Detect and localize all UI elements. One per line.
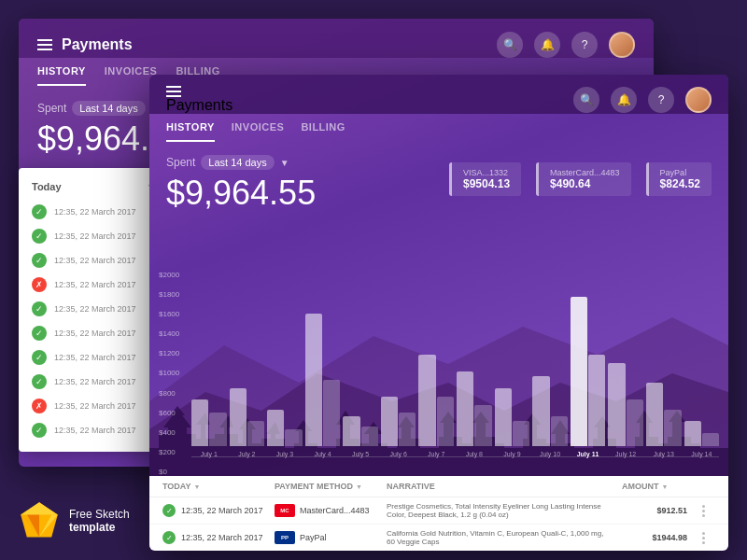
col-header-narrative: Narrative xyxy=(387,482,613,491)
period-selector[interactable]: Last 14 days xyxy=(201,155,274,170)
y-label: $200 xyxy=(159,448,179,456)
transaction-time: 12:35, 22 March 2017 xyxy=(54,231,136,241)
hamburger-icon-front[interactable] xyxy=(166,86,233,97)
status-success: ✓ xyxy=(32,350,47,365)
bar-label: July 1 xyxy=(201,451,218,457)
search-icon-front[interactable]: 🔍 xyxy=(573,87,599,113)
transaction-time: 12:35, 22 March 2017 xyxy=(54,280,136,289)
status-success: ✓ xyxy=(32,301,47,316)
card-legend-mc: MasterCard...4483 $490.64 xyxy=(536,162,631,196)
sketch-template-label: template xyxy=(69,521,130,534)
y-label: $2000 xyxy=(159,271,179,279)
card-name-visa: VISA...1332 xyxy=(463,168,510,177)
tab-billing-front[interactable]: BILLING xyxy=(301,121,345,142)
bar-secondary xyxy=(551,416,568,446)
chart-bars: July 1July 2July 3July 4July 5July 6July… xyxy=(191,271,719,457)
bar-group: July 13 xyxy=(646,383,682,457)
sketch-free-label: Free Sketch xyxy=(69,508,130,521)
y-label: $1600 xyxy=(159,310,179,318)
bar-secondary xyxy=(513,421,529,446)
bar-label: July 7 xyxy=(428,451,444,457)
card-amount-paypal: $824.52 xyxy=(660,177,700,190)
table-row: ✓ 12:35, 22 March 2017 PP PayPal Califor… xyxy=(149,525,728,551)
spent-label: Spent Last 14 days ▼ xyxy=(166,155,316,170)
list-item: ✓ 12:35, 22 March 2017 xyxy=(19,224,168,248)
bar-label: July 14 xyxy=(691,451,712,457)
content-top: Spent Last 14 days ▼ $9,964.55 VISA...13… xyxy=(149,142,728,226)
bar-group: July 10 xyxy=(532,376,568,457)
bar-primary xyxy=(608,363,625,446)
row1-narrative: Prestige Cosmetics, Total Intensity Eyel… xyxy=(387,502,613,519)
back-period-selector[interactable]: Last 14 days xyxy=(72,101,145,116)
bar-secondary xyxy=(361,427,378,446)
bar-label: July 12 xyxy=(615,451,636,457)
row1-more[interactable] xyxy=(697,504,715,517)
sketch-text: Free Sketch template xyxy=(69,508,130,534)
row2-status: ✓ xyxy=(162,531,176,544)
col-header-amount[interactable]: Amount ▼ xyxy=(622,482,687,491)
hamburger-icon[interactable] xyxy=(37,39,52,50)
list-item: ✓ 12:35, 22 March 2017 xyxy=(19,418,168,442)
tab-invoices-front[interactable]: INVOICES xyxy=(232,121,285,142)
status-success: ✓ xyxy=(32,229,47,244)
avatar-front[interactable] xyxy=(685,87,712,113)
bar-primary xyxy=(343,416,359,446)
bar-group: July 2 xyxy=(230,388,265,457)
bar-group: July 5 xyxy=(343,416,378,457)
help-icon-front[interactable]: ? xyxy=(648,87,674,113)
bar-secondary xyxy=(247,421,264,446)
bar-secondary xyxy=(627,399,643,446)
transaction-list-back: Today ▼ ✓ 12:35, 22 March 2017 ✓ 12:35, … xyxy=(19,168,168,452)
tab-history-back[interactable]: HISTORY xyxy=(37,65,86,86)
bar-secondary xyxy=(664,410,681,446)
bottom-table: Today ▼ Payment method ▼ Narrative Amoun… xyxy=(149,476,728,551)
list-item: ✓ 12:35, 22 March 2017 xyxy=(19,248,168,273)
card-legend-paypal: PayPal $824.52 xyxy=(646,162,712,196)
bar-primary xyxy=(457,371,473,446)
bar-secondary xyxy=(437,397,454,446)
bar-group: July 4 xyxy=(305,314,341,457)
bars xyxy=(608,363,643,446)
y-label: $600 xyxy=(159,409,179,417)
help-icon[interactable]: ? xyxy=(571,32,598,58)
bar-group: July 9 xyxy=(495,388,530,457)
mastercard-badge: MC xyxy=(275,504,295,517)
paypal-badge: PP xyxy=(275,531,295,544)
bar-label: July 2 xyxy=(238,451,255,457)
bar-group: July 12 xyxy=(608,363,643,457)
bar-primary xyxy=(571,297,587,446)
sketch-logo-icon xyxy=(19,500,60,541)
bell-icon[interactable]: 🔔 xyxy=(534,32,560,58)
sort-icon-method: ▼ xyxy=(356,483,362,490)
bar-secondary xyxy=(209,413,226,446)
bar-label: July 11 xyxy=(577,451,599,457)
row2-more[interactable] xyxy=(697,531,715,544)
list-item: ✓ 12:35, 22 March 2017 xyxy=(19,345,168,370)
bars xyxy=(305,314,341,446)
avatar[interactable] xyxy=(609,32,635,58)
status-success: ✓ xyxy=(32,423,47,438)
transaction-time: 12:35, 22 March 2017 xyxy=(54,256,136,265)
list-item: ✗ 12:35, 22 March 2017 xyxy=(19,273,168,297)
y-label: $1400 xyxy=(159,329,179,338)
col-header-today[interactable]: Today ▼ xyxy=(162,482,265,491)
svg-marker-5 xyxy=(21,502,58,514)
dropdown-arrow-period: ▼ xyxy=(280,158,289,168)
row1-status: ✓ xyxy=(162,504,176,517)
bar-secondary xyxy=(285,429,302,446)
transaction-time: 12:35, 22 March 2017 xyxy=(54,304,136,314)
list-header: Today ▼ xyxy=(19,177,168,200)
bell-icon-front[interactable]: 🔔 xyxy=(611,87,637,113)
bar-label: July 4 xyxy=(314,451,331,457)
row2-amount: $1944.98 xyxy=(622,533,687,542)
y-label: $1000 xyxy=(159,369,179,377)
bars xyxy=(267,410,303,446)
search-icon[interactable]: 🔍 xyxy=(497,32,523,58)
bars xyxy=(343,416,378,446)
bar-primary xyxy=(381,397,398,446)
col-header-method[interactable]: Payment method ▼ xyxy=(275,482,377,491)
bar-primary xyxy=(305,314,322,446)
back-header: Payments 🔍 🔔 ? xyxy=(19,19,654,58)
tab-history-front[interactable]: HISTORY xyxy=(166,121,215,142)
sort-icon-today: ▼ xyxy=(194,483,201,490)
